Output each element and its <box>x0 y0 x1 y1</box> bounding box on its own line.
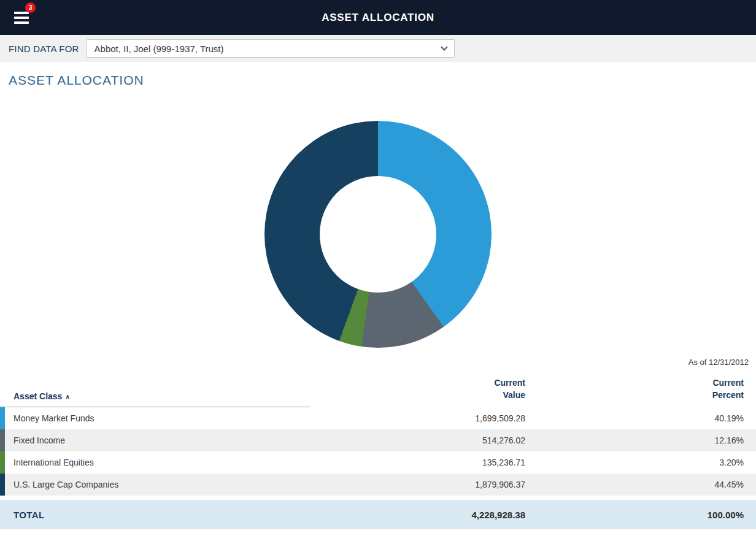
current-value-header[interactable]: Current Value <box>310 369 525 407</box>
menu-button[interactable]: 3 <box>7 5 36 31</box>
current-percent-header[interactable]: Current Percent <box>525 369 756 407</box>
asset-class-cell: Fixed Income <box>5 429 310 451</box>
find-data-label: FIND DATA FOR <box>9 44 79 54</box>
current-value-cell: 1,879,906.37 <box>310 473 525 496</box>
current-percent-cell: 12.16% <box>525 429 756 451</box>
chevron-down-icon <box>441 44 447 50</box>
asset-table-body: Money Market Funds 1,699,509.28 40.19% F… <box>0 407 756 496</box>
chart-area <box>0 121 756 348</box>
notification-badge: 3 <box>25 2 36 13</box>
current-percent-cell: 3.20% <box>525 451 756 473</box>
as-of-date: As of 12/31/2012 <box>0 358 756 367</box>
app-title: ASSET ALLOCATION <box>322 12 434 24</box>
table-row[interactable]: Money Market Funds 1,699,509.28 40.19% <box>0 407 756 430</box>
asset-allocation-donut-chart[interactable] <box>264 121 492 348</box>
asset-class-cell: International Equities <box>5 451 310 473</box>
table-row[interactable]: U.S. Large Cap Companies 1,879,906.37 44… <box>0 473 756 496</box>
account-select-value: Abbot, II, Joel (999-1937, Trust) <box>94 44 224 54</box>
total-percent: 100.00% <box>525 510 756 520</box>
current-value-cell: 514,276.02 <box>310 429 525 451</box>
table-row[interactable]: Fixed Income 514,276.02 12.16% <box>0 429 756 451</box>
table-row[interactable]: International Equities 135,236.71 3.20% <box>0 451 756 473</box>
current-percent-cell: 40.19% <box>525 407 756 430</box>
total-row: TOTAL 4,228,928.38 100.00% <box>0 500 756 529</box>
total-label: TOTAL <box>0 510 310 520</box>
asset-class-header-label: Asset Class <box>14 391 62 401</box>
section-title: ASSET ALLOCATION <box>9 73 756 88</box>
donut-hole <box>320 176 436 293</box>
asset-color-bar <box>0 407 5 429</box>
sort-ascending-icon: ∧ <box>65 393 69 400</box>
total-value: 4,228,928.38 <box>310 510 525 520</box>
current-value-cell: 1,699,509.28 <box>310 407 525 430</box>
table-header-row: Asset Class∧ Current Value Current Perce… <box>0 369 756 407</box>
app-header: 3 ASSET ALLOCATION <box>0 0 756 35</box>
asset-color-bar <box>0 451 5 473</box>
asset-class-cell: U.S. Large Cap Companies <box>5 473 310 496</box>
asset-allocation-table: Asset Class∧ Current Value Current Perce… <box>0 369 756 496</box>
find-data-bar: FIND DATA FOR Abbot, II, Joel (999-1937,… <box>0 35 756 62</box>
current-value-cell: 135,236.71 <box>310 451 525 473</box>
asset-class-cell: Money Market Funds <box>5 407 310 430</box>
main-content: ASSET ALLOCATION As of 12/31/2012 Asset … <box>0 73 756 529</box>
asset-class-sort-header[interactable]: Asset Class∧ <box>0 369 310 407</box>
asset-color-bar <box>0 429 5 451</box>
current-percent-cell: 44.45% <box>525 473 756 496</box>
account-select[interactable]: Abbot, II, Joel (999-1937, Trust) <box>87 39 455 58</box>
asset-color-bar <box>0 473 5 496</box>
